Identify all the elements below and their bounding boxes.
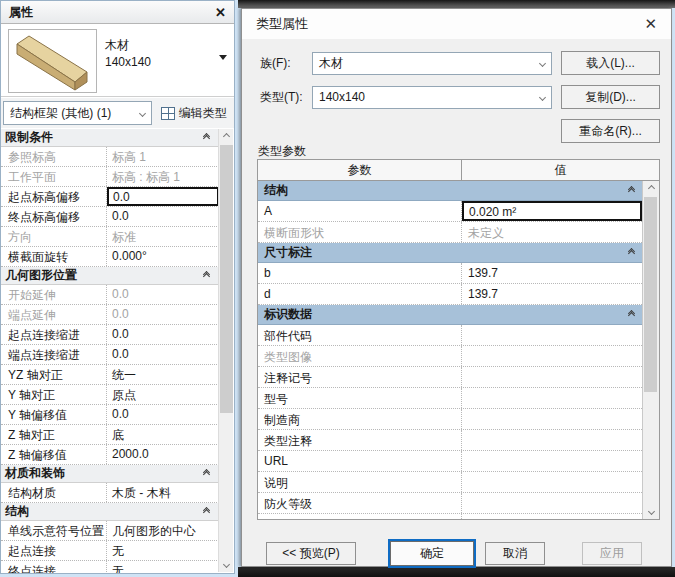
section-header[interactable]: 材质和装饰	[1, 465, 219, 483]
parameter-value[interactable]: 几何图形的中心	[107, 521, 219, 540]
parameter-value[interactable]: 无	[107, 561, 219, 573]
parameter-name: 起点标高偏移	[1, 187, 107, 206]
chevron-down-icon	[139, 109, 146, 116]
collapse-section-icon[interactable]	[629, 187, 634, 194]
parameter-name: Z 轴偏移值	[1, 445, 107, 464]
load-button-label: 载入(L)...	[586, 55, 635, 72]
parameter-value[interactable]: 统一	[107, 365, 219, 384]
family-row: 族(F): 木材	[260, 51, 552, 75]
property-row: 方向标准	[1, 227, 219, 247]
property-row: 终点标高偏移0.0	[1, 207, 219, 227]
parameter-value[interactable]	[462, 409, 642, 429]
parameter-value[interactable]	[462, 472, 642, 492]
section-label: 标识数据	[264, 306, 312, 323]
parameter-value[interactable]: 0.0	[107, 325, 219, 344]
parameter-value[interactable]: 2000.0	[107, 445, 219, 464]
collapse-section-icon[interactable]	[204, 134, 209, 141]
section-header[interactable]: 限制条件	[1, 129, 219, 147]
rename-button[interactable]: 重命名(R)...	[561, 119, 660, 143]
section-header[interactable]: 尺寸标注	[258, 243, 642, 263]
type-parameters-table: 参数 值 结构A0.020 m²横断面形状未定义尺寸标注b139.7d139.7…	[257, 159, 660, 520]
section-label: 结构	[264, 182, 288, 199]
edit-type-button[interactable]: 编辑类型	[157, 101, 232, 125]
parameter-value[interactable]: 0.0	[107, 305, 219, 324]
scroll-down-icon[interactable]	[643, 504, 659, 519]
parameter-value[interactable]: 0.000°	[107, 247, 219, 266]
property-row: 起点标高偏移0.0	[1, 187, 219, 207]
parameter-value[interactable]	[462, 430, 642, 450]
parameter-value[interactable]: 139.7	[462, 284, 642, 304]
load-button[interactable]: 载入(L)...	[561, 51, 660, 75]
parameter-value[interactable]: 原点	[107, 385, 219, 404]
parameter-name: 开始延伸	[1, 285, 107, 304]
properties-grid: 限制条件参照标高标高 1工作平面标高 : 标高 1起点标高偏移0.0终点标高偏移…	[1, 129, 219, 573]
table-scrollbar[interactable]	[642, 181, 659, 519]
properties-scrollbar[interactable]	[218, 129, 233, 572]
type-selector-arrow-icon[interactable]	[219, 55, 227, 60]
column-header-parameter[interactable]: 参数	[258, 160, 462, 180]
parameter-value[interactable]: 无	[107, 541, 219, 560]
parameter-value[interactable]: 标高 1	[107, 147, 219, 166]
parameter-value[interactable]: 0.0	[107, 345, 219, 364]
parameter-name: 端点连接缩进	[1, 345, 107, 364]
duplicate-button[interactable]: 复制(D)...	[561, 85, 660, 109]
parameter-value[interactable]: 标准	[107, 227, 219, 246]
scrollbar-thumb[interactable]	[644, 197, 657, 392]
type-dropdown[interactable]: 140x140	[312, 86, 552, 109]
type-properties-dialog: 类型属性 ✕ 族(F): 木材 载入(L)... 类型(T): 140x140 …	[241, 8, 672, 567]
parameter-value[interactable]: 木质 - 木料	[107, 483, 219, 502]
section-header[interactable]: 结构	[258, 181, 642, 201]
parameter-name: 终点标高偏移	[1, 207, 107, 226]
parameter-value[interactable]: 未定义	[462, 222, 642, 242]
scrollbar-thumb[interactable]	[220, 145, 233, 413]
parameter-name: 型号	[258, 388, 462, 408]
parameter-name: 防火等级	[258, 493, 462, 513]
parameter-value[interactable]	[462, 493, 642, 513]
scroll-up-icon[interactable]	[219, 129, 233, 144]
property-row: 参照标高标高 1	[1, 147, 219, 167]
parameter-value[interactable]: 0.0	[107, 405, 219, 424]
parameter-value[interactable]: 139.7	[462, 263, 642, 283]
scroll-up-icon[interactable]	[643, 181, 659, 196]
collapse-section-icon[interactable]	[204, 470, 209, 477]
parameter-value[interactable]: 0.020 m²	[462, 201, 642, 221]
parameter-name: 成本	[258, 514, 462, 519]
cancel-button[interactable]: 取消	[485, 542, 545, 565]
parameter-value[interactable]: 底	[107, 425, 219, 444]
ok-button[interactable]: 确定	[390, 541, 474, 566]
parameter-name: 部件代码	[258, 325, 462, 345]
section-header[interactable]: 结构	[1, 503, 219, 521]
close-icon[interactable]: ✕	[215, 5, 226, 20]
scroll-down-icon[interactable]	[219, 557, 233, 572]
parameter-value[interactable]	[462, 346, 642, 366]
parameter-value[interactable]: 0.0	[107, 207, 219, 226]
property-row: 注释记号	[258, 367, 642, 388]
ok-button-label: 确定	[420, 545, 444, 562]
section-header[interactable]: 几何图形位置	[1, 267, 219, 285]
property-row: 说明	[258, 472, 642, 493]
collapse-section-icon[interactable]	[204, 272, 209, 279]
column-header-value[interactable]: 值	[462, 160, 659, 180]
wood-beam-thumbnail	[8, 29, 97, 93]
section-header[interactable]: 标识数据	[258, 305, 642, 325]
collapse-section-icon[interactable]	[204, 508, 209, 515]
dialog-close-icon[interactable]: ✕	[644, 15, 657, 33]
preview-button[interactable]: << 预览(P)	[266, 542, 356, 565]
parameter-value[interactable]	[462, 514, 642, 519]
parameter-value[interactable]: 0.0	[107, 285, 219, 304]
collapse-section-icon[interactable]	[629, 249, 634, 256]
type-preview[interactable]: 木材 140x140	[1, 25, 234, 97]
parameter-value[interactable]	[462, 367, 642, 387]
section-label: 尺寸标注	[264, 244, 312, 261]
collapse-section-icon[interactable]	[629, 311, 634, 318]
parameter-value[interactable]	[462, 325, 642, 345]
family-dropdown[interactable]: 木材	[312, 52, 552, 75]
parameter-name: 类型注释	[258, 430, 462, 450]
parameter-name: 横断面形状	[258, 222, 462, 242]
parameter-value[interactable]: 0.0	[107, 187, 219, 206]
selection-filter-dropdown[interactable]: 结构框架 (其他) (1)	[3, 101, 152, 125]
parameter-value[interactable]	[462, 388, 642, 408]
parameter-value[interactable]: 标高 : 标高 1	[107, 167, 219, 186]
parameter-value[interactable]	[462, 451, 642, 471]
property-row: 结构材质木质 - 木料	[1, 483, 219, 503]
